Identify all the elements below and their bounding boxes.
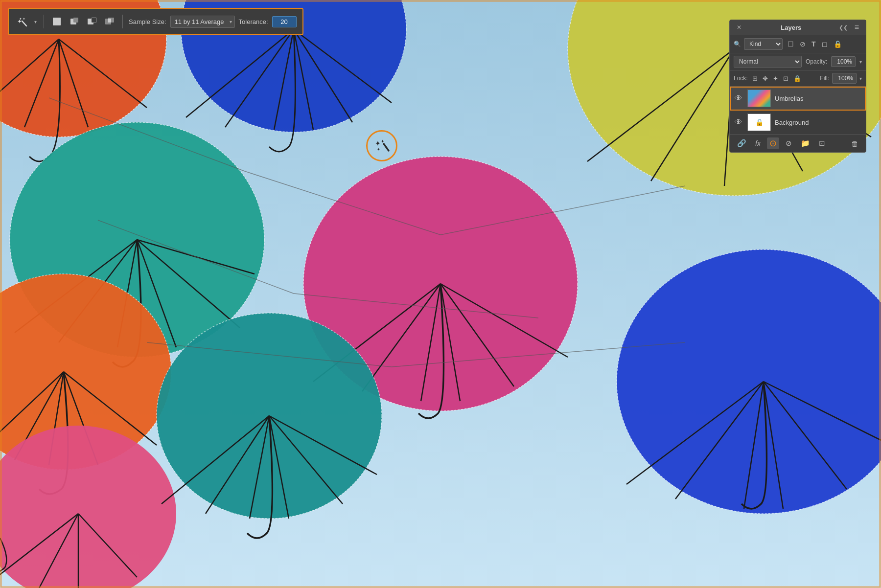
add-mask-button[interactable]: ⊙ (767, 137, 779, 149)
svg-rect-84 (53, 18, 61, 25)
opacity-input[interactable] (831, 56, 856, 67)
layer-name-background: Background (775, 119, 862, 126)
layers-panel: ✕ Layers ❮❮ ≡ 🔍 Kind Name Effect Mode At… (729, 20, 866, 153)
layer-name-umbrellas: Umbrellas (775, 95, 862, 102)
tolerance-input[interactable] (272, 16, 297, 27)
magic-wand-tool-button[interactable]: ✦ ✦ ✦ (15, 14, 29, 29)
lock-all-button[interactable]: 🔒 (792, 74, 803, 83)
opacity-label: Opacity: (806, 58, 827, 65)
svg-rect-86 (73, 18, 78, 23)
link-layers-button[interactable]: 🔗 (735, 137, 749, 149)
new-selection-button[interactable] (50, 15, 64, 28)
subtract-selection-button[interactable] (85, 15, 99, 28)
panel-collapse-button[interactable]: ❮❮ (837, 24, 850, 31)
search-icon: 🔍 (734, 41, 741, 47)
panel-menu-button[interactable]: ≡ (853, 23, 861, 32)
lock-icons-group: ⊞ ✥ ✦ ⊡ 🔒 (751, 74, 803, 83)
intersect-selection-button[interactable] (103, 15, 116, 28)
filter-pixel-button[interactable]: ☐ (786, 39, 796, 49)
layer-visibility-umbrellas[interactable]: 👁 (734, 93, 743, 104)
svg-text:✦: ✦ (377, 147, 380, 152)
svg-text:✦: ✦ (19, 17, 22, 21)
svg-rect-91 (108, 19, 111, 23)
new-group-button[interactable]: 📁 (798, 137, 812, 149)
new-layer-button[interactable]: ⊡ (816, 137, 828, 149)
filter-type-icons: ☐ ⊘ T ◻ 🔒 (786, 39, 844, 49)
toolbar-separator-1 (44, 15, 44, 28)
lock-transparent-button[interactable]: ⊞ (751, 74, 759, 83)
lock-artboard-button[interactable]: ⊡ (782, 74, 790, 83)
toolbar-separator-2 (122, 15, 123, 28)
layer-item-umbrellas[interactable]: 👁 Umbrellas (730, 87, 866, 111)
tool-dropdown-arrow[interactable]: ▾ (33, 18, 38, 25)
panel-header-icons: ❮❮ ≡ (837, 23, 861, 32)
svg-text:✦: ✦ (381, 139, 385, 144)
sample-size-label: Sample Size: (129, 18, 166, 25)
blend-mode-select[interactable]: Normal Multiply Screen Overlay Darken Li… (734, 56, 802, 68)
layer-thumbnail-background: 🔒 (747, 113, 771, 131)
filter-type-button[interactable]: T (810, 39, 818, 49)
filter-adjustment-button[interactable]: ⊘ (798, 39, 808, 49)
layer-item-background[interactable]: 👁 🔒 Background (730, 111, 866, 135)
lock-position-button[interactable]: ✦ (771, 74, 780, 83)
panel-close-button[interactable]: ✕ (735, 24, 743, 31)
svg-text:✦: ✦ (375, 139, 381, 147)
layer-effects-button[interactable]: fx (753, 138, 763, 149)
sample-size-select-wrapper: 11 by 11 Average Point Sample 3 by 3 Ave… (170, 16, 235, 28)
layer-thumbnail-umbrellas (747, 90, 771, 107)
svg-line-76 (384, 144, 389, 151)
add-to-selection-button[interactable] (68, 15, 81, 28)
lock-row: Lock: ⊞ ✥ ✦ ⊡ 🔒 Fill: ▾ (730, 70, 866, 87)
filter-shape-button[interactable]: ◻ (820, 39, 830, 49)
svg-line-81 (22, 21, 26, 26)
lock-label: Lock: (734, 75, 748, 82)
filter-row: 🔍 Kind Name Effect Mode Attribute ☐ ⊘ T … (730, 35, 866, 53)
delete-layer-button[interactable]: 🗑 (849, 138, 861, 149)
toolbar: ✦ ✦ ✦ ▾ Sample Size: (8, 8, 303, 35)
filter-kind-select[interactable]: Kind Name Effect Mode Attribute (744, 38, 783, 50)
panel-bottom-bar: 🔗 fx ⊙ ⊘ 📁 ⊡ 🗑 (730, 135, 866, 152)
layer-visibility-background[interactable]: 👁 (734, 117, 743, 128)
fill-input[interactable] (832, 73, 857, 84)
opacity-arrow: ▾ (859, 59, 862, 65)
fill-arrow: ▾ (859, 76, 862, 81)
layers-panel-title: Layers (781, 24, 801, 31)
svg-text:✦: ✦ (23, 17, 25, 21)
layers-panel-header: ✕ Layers ❮❮ ≡ (730, 20, 866, 35)
sample-size-select[interactable]: 11 by 11 Average Point Sample 3 by 3 Ave… (170, 16, 235, 28)
filter-smart-button[interactable]: 🔒 (832, 39, 844, 49)
blend-mode-row: Normal Multiply Screen Overlay Darken Li… (730, 53, 866, 70)
magic-wand-cursor: ✦ ✦ ✦ (366, 130, 397, 161)
fill-label: Fill: (820, 75, 829, 82)
svg-rect-88 (92, 18, 96, 23)
tolerance-label: Tolerance: (239, 18, 268, 25)
lock-image-button[interactable]: ✥ (761, 74, 769, 83)
new-adjustment-layer-button[interactable]: ⊘ (783, 137, 794, 149)
